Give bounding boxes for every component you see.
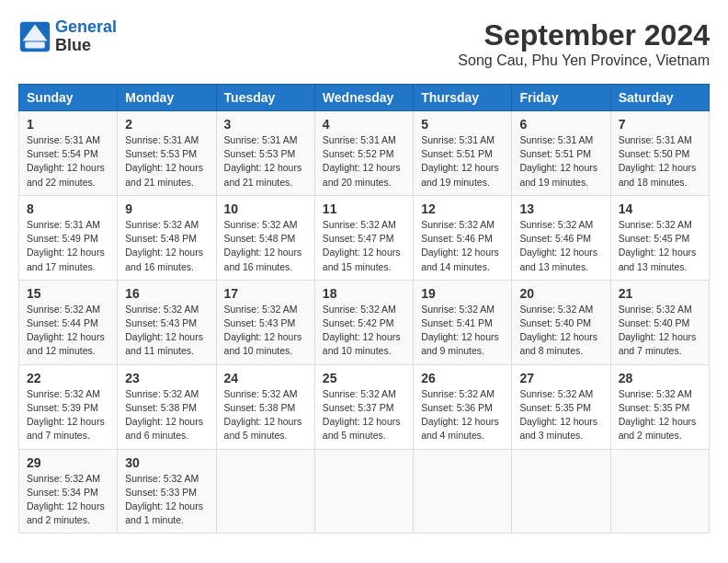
logo-text: GeneralBlue [55,18,117,55]
calendar-cell: 1Sunrise: 5:31 AMSunset: 5:54 PMDaylight… [19,111,118,196]
day-number: 7 [619,117,701,132]
day-info: Sunrise: 5:32 AMSunset: 5:44 PMDaylight:… [27,303,109,359]
header-friday: Friday [512,85,610,111]
week-row-4: 22Sunrise: 5:32 AMSunset: 5:39 PMDayligh… [19,364,710,449]
day-number: 20 [519,286,602,301]
day-info: Sunrise: 5:32 AMSunset: 5:38 PMDaylight:… [224,387,307,443]
calendar-cell: 18Sunrise: 5:32 AMSunset: 5:42 PMDayligh… [314,280,413,364]
calendar-cell: 21Sunrise: 5:32 AMSunset: 5:40 PMDayligh… [610,280,709,364]
calendar-cell: 15Sunrise: 5:32 AMSunset: 5:44 PMDayligh… [19,280,118,364]
day-number: 17 [224,286,307,301]
calendar-cell [314,449,413,534]
calendar-cell: 11Sunrise: 5:32 AMSunset: 5:47 PMDayligh… [314,195,413,280]
day-info: Sunrise: 5:32 AMSunset: 5:35 PMDaylight:… [619,387,701,443]
day-info: Sunrise: 5:31 AMSunset: 5:54 PMDaylight:… [27,133,109,190]
calendar-cell: 24Sunrise: 5:32 AMSunset: 5:38 PMDayligh… [216,364,314,449]
calendar-cell: 29Sunrise: 5:32 AMSunset: 5:34 PMDayligh… [19,449,118,534]
day-number: 13 [519,201,602,216]
week-row-2: 8Sunrise: 5:31 AMSunset: 5:49 PMDaylight… [19,195,710,280]
day-info: Sunrise: 5:32 AMSunset: 5:43 PMDaylight:… [224,303,307,359]
calendar-cell: 22Sunrise: 5:32 AMSunset: 5:39 PMDayligh… [19,364,118,449]
calendar-cell: 17Sunrise: 5:32 AMSunset: 5:43 PMDayligh… [216,280,314,364]
calendar-cell: 9Sunrise: 5:32 AMSunset: 5:48 PMDaylight… [118,195,216,280]
week-row-1: 1Sunrise: 5:31 AMSunset: 5:54 PMDaylight… [19,111,710,196]
header-tuesday: Tuesday [216,85,314,111]
svg-rect-2 [25,41,45,48]
calendar-cell: 2Sunrise: 5:31 AMSunset: 5:53 PMDaylight… [118,111,216,196]
calendar-cell: 3Sunrise: 5:31 AMSunset: 5:53 PMDaylight… [216,111,314,196]
day-info: Sunrise: 5:31 AMSunset: 5:53 PMDaylight:… [224,133,307,190]
week-row-5: 29Sunrise: 5:32 AMSunset: 5:34 PMDayligh… [19,449,710,534]
day-number: 18 [323,286,405,301]
calendar-cell [610,449,709,534]
day-number: 25 [323,371,405,385]
day-info: Sunrise: 5:32 AMSunset: 5:34 PMDaylight:… [27,472,109,528]
calendar-cell: 23Sunrise: 5:32 AMSunset: 5:38 PMDayligh… [118,364,216,449]
day-info: Sunrise: 5:32 AMSunset: 5:37 PMDaylight:… [323,387,405,443]
calendar-subtitle: Song Cau, Phu Yen Province, Vietnam [458,52,710,69]
day-number: 28 [619,371,701,385]
header-row: SundayMondayTuesdayWednesdayThursdayFrid… [19,85,710,111]
day-number: 24 [224,371,307,385]
day-number: 21 [619,286,701,301]
calendar-cell: 25Sunrise: 5:32 AMSunset: 5:37 PMDayligh… [314,364,413,449]
day-info: Sunrise: 5:31 AMSunset: 5:49 PMDaylight:… [27,218,109,274]
day-number: 23 [125,371,208,385]
header-monday: Monday [118,85,216,111]
day-number: 9 [125,201,208,216]
day-number: 22 [27,371,109,385]
calendar-cell: 16Sunrise: 5:32 AMSunset: 5:43 PMDayligh… [118,280,216,364]
day-info: Sunrise: 5:32 AMSunset: 5:48 PMDaylight:… [224,218,307,274]
day-number: 27 [519,371,602,385]
day-info: Sunrise: 5:32 AMSunset: 5:33 PMDaylight:… [125,472,208,528]
day-info: Sunrise: 5:32 AMSunset: 5:42 PMDaylight:… [323,303,405,359]
calendar-cell [512,449,610,534]
day-number: 11 [323,201,405,216]
day-number: 19 [421,286,504,301]
calendar-cell [414,449,512,534]
day-info: Sunrise: 5:32 AMSunset: 5:40 PMDaylight:… [619,303,701,359]
day-info: Sunrise: 5:32 AMSunset: 5:46 PMDaylight:… [421,218,504,274]
calendar-cell: 14Sunrise: 5:32 AMSunset: 5:45 PMDayligh… [610,195,709,280]
day-number: 1 [27,117,109,132]
calendar-table: SundayMondayTuesdayWednesdayThursdayFrid… [18,84,710,534]
day-info: Sunrise: 5:32 AMSunset: 5:45 PMDaylight:… [619,218,701,274]
day-info: Sunrise: 5:32 AMSunset: 5:46 PMDaylight:… [519,218,602,274]
calendar-cell: 19Sunrise: 5:32 AMSunset: 5:41 PMDayligh… [414,280,512,364]
day-info: Sunrise: 5:32 AMSunset: 5:36 PMDaylight:… [421,387,504,443]
day-info: Sunrise: 5:32 AMSunset: 5:43 PMDaylight:… [125,303,208,359]
logo: GeneralBlue [18,18,117,55]
day-info: Sunrise: 5:31 AMSunset: 5:50 PMDaylight:… [619,133,701,190]
day-info: Sunrise: 5:32 AMSunset: 5:47 PMDaylight:… [323,218,405,274]
calendar-cell: 20Sunrise: 5:32 AMSunset: 5:40 PMDayligh… [512,280,610,364]
header-saturday: Saturday [610,85,709,111]
day-number: 30 [125,455,208,470]
calendar-cell: 7Sunrise: 5:31 AMSunset: 5:50 PMDaylight… [610,111,709,196]
day-number: 16 [125,286,208,301]
day-info: Sunrise: 5:31 AMSunset: 5:51 PMDaylight:… [421,133,504,190]
calendar-cell: 27Sunrise: 5:32 AMSunset: 5:35 PMDayligh… [512,364,610,449]
logo-icon [18,20,51,53]
calendar-title: September 2024 [458,18,710,52]
day-number: 15 [27,286,109,301]
header-thursday: Thursday [414,85,512,111]
calendar-cell: 5Sunrise: 5:31 AMSunset: 5:51 PMDaylight… [414,111,512,196]
calendar-cell [216,449,314,534]
calendar-cell: 26Sunrise: 5:32 AMSunset: 5:36 PMDayligh… [414,364,512,449]
day-info: Sunrise: 5:32 AMSunset: 5:39 PMDaylight:… [27,387,109,443]
day-number: 12 [421,201,504,216]
calendar-cell: 13Sunrise: 5:32 AMSunset: 5:46 PMDayligh… [512,195,610,280]
calendar-cell: 28Sunrise: 5:32 AMSunset: 5:35 PMDayligh… [610,364,709,449]
day-number: 3 [224,117,307,132]
day-info: Sunrise: 5:32 AMSunset: 5:40 PMDaylight:… [519,303,602,359]
day-info: Sunrise: 5:32 AMSunset: 5:35 PMDaylight:… [519,387,602,443]
day-number: 8 [27,201,109,216]
day-number: 10 [224,201,307,216]
day-number: 14 [619,201,701,216]
day-number: 29 [27,455,109,470]
title-block: September 2024 Song Cau, Phu Yen Provinc… [458,18,710,69]
calendar-cell: 12Sunrise: 5:32 AMSunset: 5:46 PMDayligh… [414,195,512,280]
calendar-cell: 30Sunrise: 5:32 AMSunset: 5:33 PMDayligh… [118,449,216,534]
calendar-cell: 8Sunrise: 5:31 AMSunset: 5:49 PMDaylight… [19,195,118,280]
day-number: 6 [519,117,602,132]
